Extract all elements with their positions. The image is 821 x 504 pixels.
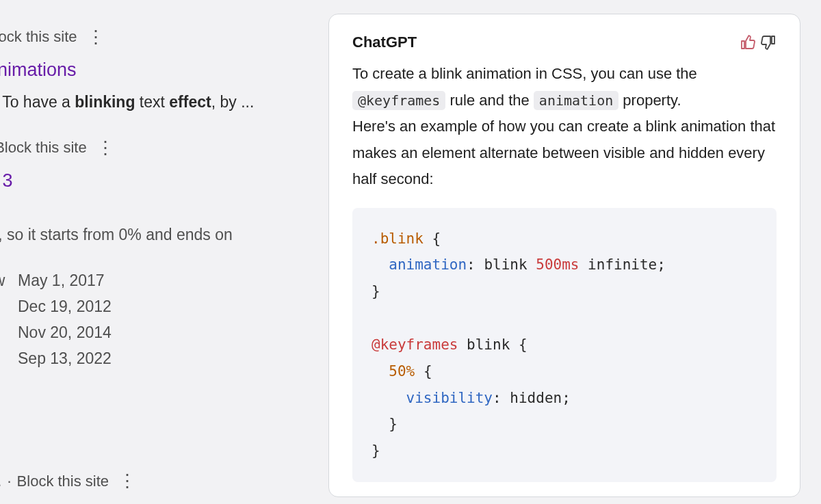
date-label: ... [0, 346, 5, 372]
snippet-bold: effect [169, 93, 211, 111]
date-list: ow May 1, 2017 Dec 19, 2012 Nov 20, 2014… [0, 268, 315, 372]
more-icon[interactable]: ⋮ [92, 139, 118, 157]
paragraph-text: rule and the [445, 92, 533, 109]
feedback-buttons [740, 34, 777, 51]
date-label: ow [0, 268, 5, 294]
list-item: ow May 1, 2017 [0, 268, 315, 294]
more-icon[interactable]: ⋮ [83, 28, 109, 46]
code-token: 50% [389, 363, 415, 380]
code-token: infinite; [579, 256, 665, 273]
list-item: Dec 19, 2012 [0, 294, 315, 320]
date-value: Dec 19, 2012 [18, 294, 112, 320]
code-token: { [415, 363, 432, 380]
snippet-text: text [135, 93, 169, 111]
inline-code: @keyframes [352, 91, 445, 110]
search-results-pane: Block this site ⋮ Animations e. To have … [0, 0, 322, 504]
card-title: ChatGPT [352, 34, 417, 51]
code-token: hidden; [510, 390, 571, 406]
thumbs-up-icon[interactable] [740, 34, 756, 51]
result-snippet: e. To have a blinking text effect, by ..… [0, 90, 315, 115]
chat-answer-pane: ChatGPT To create a blink animation in C… [322, 0, 821, 504]
result-meta-row: Block this site ⋮ [0, 25, 315, 49]
code-token: { [423, 230, 441, 247]
truncated-text: t... [0, 469, 1, 493]
code-token: 500ms [536, 256, 579, 273]
code-token: } [372, 442, 380, 459]
code-block: .blink { animation: blink 500ms infinite… [352, 208, 777, 483]
inline-code: animation [534, 91, 618, 110]
result-title-link[interactable]: Animations [0, 55, 315, 85]
block-site-link[interactable]: Block this site [17, 469, 109, 493]
result-meta-row: t... · Block this site ⋮ [0, 469, 140, 493]
answer-card: ChatGPT To create a blink animation in C… [328, 14, 800, 497]
date-label [0, 320, 5, 346]
separator: · [7, 469, 11, 493]
code-token: } [389, 416, 398, 432]
answer-body: To create a blink animation in CSS, you … [352, 61, 777, 193]
card-header: ChatGPT [352, 34, 777, 51]
result-snippet: 0 , so it starts from 0% and ends on [0, 223, 315, 248]
paragraph-text: Here's an example of how you can create … [352, 118, 775, 187]
code-token: @keyframes [372, 336, 458, 353]
snippet-text: , by ... [211, 93, 255, 111]
snippet-text: e. To have a [0, 93, 75, 111]
paragraph-text: property. [618, 92, 681, 109]
code-token: blink { [458, 336, 527, 353]
result-title-link[interactable]: S 3 [0, 166, 315, 196]
list-item: ... Sep 13, 2022 [0, 346, 315, 372]
result-meta-row: · Block this site ⋮ [0, 135, 315, 159]
date-value: Nov 20, 2014 [18, 320, 112, 346]
block-site-link[interactable]: Block this site [0, 25, 77, 49]
snippet-bold: blinking [75, 93, 135, 111]
thumbs-down-icon[interactable] [760, 34, 777, 51]
date-label [0, 294, 5, 320]
code-token: : [493, 390, 510, 406]
code-token: visibility [406, 390, 493, 406]
paragraph-text: To create a blink animation in CSS, you … [352, 65, 697, 82]
more-icon[interactable]: ⋮ [114, 472, 140, 490]
code-token: } [372, 283, 380, 300]
date-value: Sep 13, 2022 [18, 346, 112, 372]
date-value: May 1, 2017 [18, 268, 105, 294]
block-site-link[interactable]: Block this site [0, 135, 87, 159]
code-token: : [467, 256, 484, 273]
code-token: blink [484, 256, 536, 273]
code-token: .blink [372, 230, 423, 247]
list-item: Nov 20, 2014 [0, 320, 315, 346]
code-token: animation [389, 256, 467, 273]
